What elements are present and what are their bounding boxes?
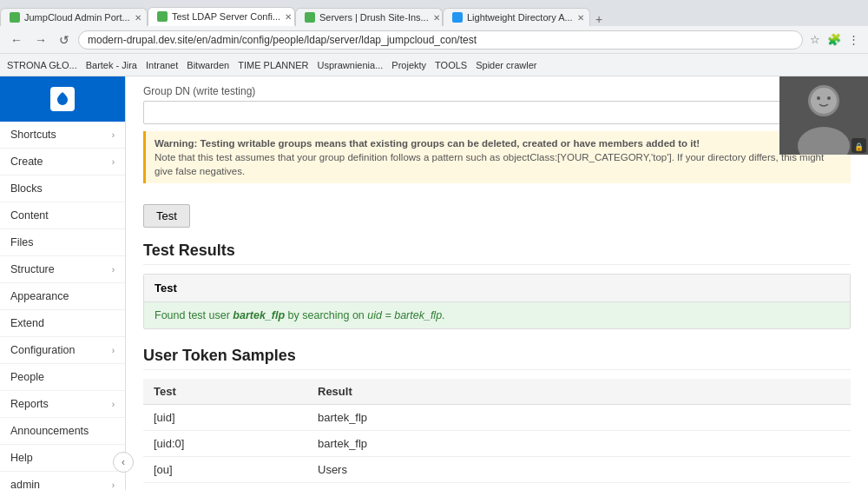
chevron-right-icon: › bbox=[112, 480, 115, 490]
sidebar-item-files[interactable]: Files bbox=[0, 229, 125, 256]
tab-label: Test LDAP Server Confi... bbox=[172, 11, 280, 22]
sidebar-item-content[interactable]: Content bbox=[0, 202, 125, 229]
extensions-button[interactable]: 🧩 bbox=[825, 31, 843, 48]
table-row: [uid]bartek_flp bbox=[143, 405, 851, 431]
url-bar[interactable] bbox=[78, 30, 803, 50]
sidebar-item-create[interactable]: Create › bbox=[0, 149, 125, 175]
chevron-right-icon: › bbox=[112, 400, 115, 409]
table-row: [uid:0]bartek_flp bbox=[143, 431, 851, 457]
bookmark-spider-crawler[interactable]: Spider crawler bbox=[476, 60, 536, 70]
drupal-logo bbox=[50, 87, 75, 111]
tab-close-btn[interactable]: ✕ bbox=[285, 12, 292, 22]
page-body: Group DN (write testing) Warning: Testin… bbox=[126, 76, 868, 490]
col-test: Test bbox=[143, 379, 307, 405]
group-dn-input[interactable] bbox=[143, 101, 851, 124]
sidebar-label-extend: Extend bbox=[10, 317, 44, 329]
star-button[interactable]: ☆ bbox=[808, 31, 822, 48]
sidebar-item-appearance[interactable]: Appearance bbox=[0, 283, 125, 310]
bookmark-usprawnienia[interactable]: Usprawnienia... bbox=[318, 60, 384, 70]
token-result-cell: Users bbox=[307, 483, 851, 490]
sidebar-logo bbox=[0, 76, 125, 122]
app-container: Shortcuts › Create › Blocks Content File… bbox=[0, 76, 868, 490]
test-results-body: Found test user bartek_flp by searching … bbox=[144, 302, 850, 328]
sidebar-label-configuration: Configuration bbox=[10, 344, 75, 356]
svg-point-4 bbox=[811, 88, 837, 114]
sidebar-label-files: Files bbox=[10, 236, 33, 248]
tab-label: Lightweight Directory A... bbox=[467, 12, 573, 23]
bookmark-time-planner[interactable]: TIME PLANNER bbox=[238, 60, 308, 70]
bookmark-tools[interactable]: TOOLS bbox=[435, 60, 467, 70]
sidebar-label-create: Create bbox=[10, 156, 43, 168]
tab-jumpcloud[interactable]: JumpCloud Admin Port... ✕ bbox=[0, 8, 148, 26]
token-table-header: Test Result bbox=[143, 379, 851, 405]
tab-favicon bbox=[157, 11, 168, 22]
sidebar-item-extend[interactable]: Extend bbox=[0, 310, 125, 337]
menu-button[interactable]: ⋮ bbox=[846, 31, 861, 48]
table-row: [ou:0]Users bbox=[143, 483, 851, 490]
sidebar-item-structure[interactable]: Structure › bbox=[0, 256, 125, 283]
forward-button[interactable]: → bbox=[31, 31, 50, 49]
warning-box: Warning: Testing writable groups means t… bbox=[143, 131, 851, 183]
sidebar-label-content: Content bbox=[10, 209, 49, 222]
sidebar-label-blocks: Blocks bbox=[10, 182, 43, 195]
user-token-heading: User Token Samples bbox=[143, 347, 851, 370]
new-tab-button[interactable]: + bbox=[590, 12, 608, 26]
col-result: Result bbox=[307, 379, 851, 405]
token-result-cell: bartek_flp bbox=[307, 405, 851, 431]
result-text-after: . bbox=[442, 309, 444, 321]
tab-close-btn[interactable]: ✕ bbox=[135, 13, 141, 23]
token-table-body: [uid]bartek_flp[uid:0]bartek_flp[ou]User… bbox=[143, 405, 851, 490]
token-test-cell: [ou:0] bbox=[143, 483, 307, 490]
tab-favicon bbox=[452, 12, 463, 23]
group-dn-section: Group DN (write testing) Warning: Testin… bbox=[143, 85, 851, 183]
warning-note-text: Note that this test assumes that your gr… bbox=[155, 152, 824, 176]
svg-point-5 bbox=[817, 96, 820, 100]
sidebar-label-help: Help bbox=[10, 452, 33, 464]
chevron-right-icon: › bbox=[112, 157, 115, 167]
token-result-cell: bartek_flp bbox=[307, 431, 851, 457]
main-content: Group DN (write testing) Warning: Testin… bbox=[126, 76, 868, 490]
avatar-brand-text: 🔒 bbox=[854, 142, 864, 151]
chevron-right-icon: › bbox=[112, 130, 115, 140]
browser-tabs: JumpCloud Admin Port... ✕ Test LDAP Serv… bbox=[0, 0, 868, 26]
tab-close-btn[interactable]: ✕ bbox=[577, 13, 584, 23]
warning-bold-text: Warning: Testing writable groups means t… bbox=[155, 138, 700, 149]
token-result-cell: Users bbox=[307, 457, 851, 483]
bookmark-intranet[interactable]: Intranet bbox=[146, 60, 178, 70]
tab-lightweight[interactable]: Lightweight Directory A... ✕ bbox=[443, 8, 590, 26]
bookmark-strona[interactable]: STRONA GŁO... bbox=[7, 60, 77, 70]
tab-label: JumpCloud Admin Port... bbox=[24, 12, 130, 23]
sidebar-label-admin: admin bbox=[10, 479, 40, 490]
sidebar-label-structure: Structure bbox=[10, 263, 55, 275]
tab-close-btn[interactable]: ✕ bbox=[433, 13, 440, 23]
sidebar-item-people[interactable]: People bbox=[0, 364, 125, 391]
sidebar-item-announcements[interactable]: Announcements bbox=[0, 418, 125, 445]
back-button[interactable]: ← bbox=[7, 31, 26, 49]
sidebar: Shortcuts › Create › Blocks Content File… bbox=[0, 76, 126, 490]
browser-bar: ← → ↺ ☆ 🧩 ⋮ bbox=[0, 26, 868, 54]
bookmark-bitwarden[interactable]: Bitwarden bbox=[187, 60, 229, 70]
bookmark-projekty[interactable]: Projekty bbox=[391, 60, 426, 70]
token-samples-table: Test Result [uid]bartek_flp[uid:0]bartek… bbox=[143, 379, 851, 490]
sidebar-item-blocks[interactable]: Blocks bbox=[0, 175, 125, 202]
tab-favicon bbox=[305, 12, 315, 23]
refresh-button[interactable]: ↺ bbox=[56, 31, 73, 49]
sidebar-item-shortcuts[interactable]: Shortcuts › bbox=[0, 122, 125, 149]
tab-ldap-test[interactable]: Test LDAP Server Confi... ✕ bbox=[148, 7, 295, 26]
token-test-cell: [uid:0] bbox=[143, 431, 307, 457]
avatar-brand: 🔒 bbox=[852, 138, 866, 153]
result-search-term: uid = bartek_flp bbox=[367, 309, 442, 321]
svg-point-6 bbox=[827, 96, 831, 100]
sidebar-item-reports[interactable]: Reports › bbox=[0, 391, 125, 418]
sidebar-item-admin[interactable]: admin › bbox=[0, 472, 125, 490]
tab-servers[interactable]: Servers | Drush Site-Ins... ✕ bbox=[295, 8, 443, 26]
bookmark-bartek[interactable]: Bartek - Jira bbox=[86, 60, 137, 70]
bookmarks-bar: STRONA GŁO... Bartek - Jira Intranet Bit… bbox=[0, 54, 868, 76]
test-button[interactable]: Test bbox=[143, 204, 190, 228]
sidebar-item-configuration[interactable]: Configuration › bbox=[0, 337, 125, 364]
chevron-right-icon: › bbox=[112, 346, 115, 355]
sidebar-item-help[interactable]: Help bbox=[0, 445, 125, 472]
result-username: bartek_flp bbox=[233, 309, 285, 321]
result-text-middle: by searching on bbox=[285, 309, 367, 321]
tab-label: Servers | Drush Site-Ins... bbox=[319, 12, 429, 23]
